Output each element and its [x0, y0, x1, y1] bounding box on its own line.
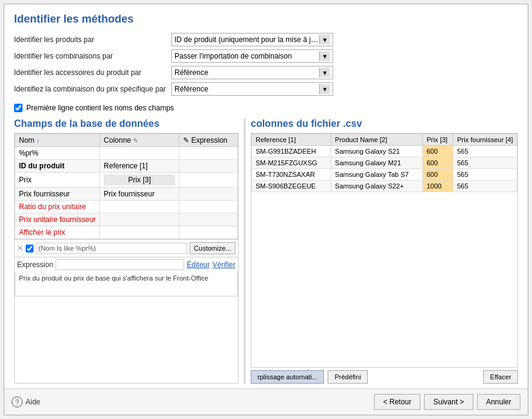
right-table-row: SM-G991BZADEEHSamsung Galaxy S21600565 — [252, 146, 517, 157]
right-panel: colonnes du fichier .csv Reference [1] P… — [251, 118, 518, 384]
expression-input[interactable] — [56, 259, 184, 270]
bold-nom: ID du produit — [19, 162, 65, 170]
description-box: Prix du produit ou prix de base qui s'af… — [15, 272, 238, 296]
chevron-down-icon-2: ▼ — [319, 51, 330, 61]
right-cell-name: Samsung Galaxy M21 — [331, 157, 423, 169]
right-cell-ref: SM-S906BZEGEUE — [252, 181, 331, 192]
form-select-1[interactable]: ID de produit (uniquement pour la mise à… — [171, 33, 333, 46]
help-icon[interactable]: ? — [12, 396, 23, 407]
right-table: Reference [1] Product Name [2] Prix [3] … — [251, 134, 517, 192]
chevron-down-icon-3: ▼ — [319, 68, 330, 77]
left-table-row[interactable]: Prix fournisseurPrix fournisseur — [15, 188, 238, 201]
panel-divider[interactable] — [243, 118, 246, 384]
nom-cell: Prix — [15, 173, 100, 188]
right-cell-fournisseur: 565 — [453, 157, 517, 169]
form-select-4[interactable]: Référence ▼ — [171, 82, 333, 96]
red-link-label[interactable]: Ratio du prix unitaire — [19, 202, 86, 211]
right-table-header: Reference [1] Product Name [2] Prix [3] … — [252, 134, 517, 146]
expression-cell — [179, 201, 238, 213]
filter-input[interactable] — [36, 243, 187, 254]
colonne-cell — [100, 213, 179, 226]
ref-link[interactable]: Reference [1] — [104, 162, 148, 170]
chevron-down-icon-4: ▼ — [319, 84, 330, 94]
verify-link[interactable]: Vérifier — [212, 260, 235, 269]
left-table-row[interactable]: PrixPrix [3] — [15, 173, 238, 188]
col-ref-header: Reference [1] — [252, 134, 331, 146]
editor-link[interactable]: Éditeur — [187, 260, 210, 269]
remplissage-button[interactable]: rplissage automati... — [251, 370, 324, 384]
expression-cell — [179, 188, 238, 201]
form-row-4: Identifiez la combinaison du prix spécif… — [14, 82, 518, 96]
annuler-button[interactable]: Annuler — [477, 394, 520, 410]
right-cell-prix: 600 — [423, 157, 453, 169]
right-panel-title: colonnes du fichier .csv — [251, 118, 518, 129]
left-table-body: %pr%ID du produitReference [1]PrixPrix [… — [15, 147, 238, 239]
sort-icon[interactable]: ↕ — [37, 137, 40, 144]
col-colonne-header: Colonne ✎ — [100, 134, 179, 147]
col-expression-header: ✎ Expression — [179, 134, 238, 147]
right-table-row: SM-S906BZEGEUESamsung Galaxy S22+1000565 — [252, 181, 517, 192]
expression-cell — [179, 173, 238, 188]
predefini-button[interactable]: Prédéfini — [328, 370, 367, 384]
left-table-row[interactable]: %pr% — [15, 147, 238, 160]
red-link-label[interactable]: Afficher le prix — [19, 228, 65, 237]
right-cell-prix: 600 — [423, 169, 453, 181]
right-cell-fournisseur: 565 — [453, 169, 517, 181]
right-cell-fournisseur: 565 — [453, 181, 517, 192]
left-table-row[interactable]: ID du produitReference [1] — [15, 160, 238, 173]
left-table: Nom ↕ Colonne ✎ ✎ Expression — [15, 134, 238, 239]
red-link-label[interactable]: Prix unitaire fournisseur — [19, 215, 96, 224]
left-panel: Champs de la base de données Nom ↕ Colon… — [14, 118, 239, 384]
form-row-2: Identifier les combinaisons par Passer l… — [14, 49, 518, 63]
col-pname-header: Product Name [2] — [331, 134, 423, 146]
colonne-cell — [100, 226, 179, 239]
expression-label: Expression — [17, 260, 53, 269]
prix-cell: Prix [3] — [104, 174, 175, 185]
right-cell-ref: SM-M215FZGUXSG — [252, 157, 331, 169]
left-table-row[interactable]: Prix unitaire fournisseur — [15, 213, 238, 226]
left-table-row[interactable]: Ratio du prix unitaire — [15, 201, 238, 213]
form-row-3: Identifier les accessoires du produit pa… — [14, 66, 518, 79]
left-table-row[interactable]: Afficher le prix — [15, 226, 238, 239]
right-table-body: SM-G991BZADEEHSamsung Galaxy S21600565SM… — [252, 146, 517, 192]
left-panel-title: Champs de la base de données — [14, 118, 239, 129]
customize-button[interactable]: Customize... — [190, 242, 235, 254]
dialog-body: Identifier les méthodes Identifier les p… — [4, 4, 528, 389]
expression-icon: ✎ — [183, 136, 191, 145]
help-label: Aide — [26, 398, 40, 406]
filter-checkbox[interactable] — [26, 245, 34, 252]
help-section: ? Aide — [12, 396, 40, 407]
form-select-2[interactable]: Passer l'importation de combinaison ▼ — [171, 49, 333, 63]
form-label-1: Identifier les produits par — [14, 35, 171, 44]
col-prix-header: Prix [3] — [423, 134, 453, 146]
first-line-checkbox[interactable] — [14, 104, 23, 112]
form-select-3[interactable]: Référence ▼ — [171, 66, 333, 79]
left-table-header: Nom ↕ Colonne ✎ ✎ Expression — [15, 134, 238, 147]
effacer-button[interactable]: Effacer — [483, 370, 518, 384]
suivant-button[interactable]: Suivant > — [424, 394, 473, 410]
right-cell-name: Samsung Galaxy Tab S7 — [331, 169, 423, 181]
right-cell-prix: 600 — [423, 146, 453, 157]
colonne-cell — [100, 147, 179, 160]
col-nom-header: Nom ↕ — [15, 134, 100, 147]
expression-row: Expression Éditeur Vérifier — [15, 257, 238, 272]
right-cell-name: Samsung Galaxy S22+ — [331, 181, 423, 192]
filter-clear-icon[interactable]: ✕ — [17, 244, 23, 252]
expression-cell — [179, 160, 238, 173]
colonne-cell: Prix fournisseur — [100, 188, 179, 201]
checkbox-label: Première ligne contient les noms des cha… — [26, 104, 174, 112]
nom-cell: Prix fournisseur — [15, 188, 100, 201]
right-cell-prix: 1000 — [423, 181, 453, 192]
right-table-row: SM-M215FZGUXSGSamsung Galaxy M21600565 — [252, 157, 517, 169]
csv-bottom-bar: rplissage automati... Prédéfini Effacer — [251, 370, 518, 384]
filter-row: ✕ Customize... — [15, 239, 238, 257]
retour-button[interactable]: < Retour — [374, 394, 420, 410]
dialog: Identifier les méthodes Identifier les p… — [4, 4, 528, 415]
footer-bar: ? Aide < Retour Suivant > Annuler — [4, 389, 528, 415]
nom-cell: %pr% — [15, 147, 100, 160]
left-table-container: Nom ↕ Colonne ✎ ✎ Expression — [14, 133, 239, 384]
col-fournisseur-header: Prix fournisseur [4] — [453, 134, 517, 146]
form-label-2: Identifier les combinaisons par — [14, 52, 171, 60]
edit-icon[interactable]: ✎ — [133, 137, 138, 144]
chevron-down-icon: ▼ — [319, 35, 330, 45]
